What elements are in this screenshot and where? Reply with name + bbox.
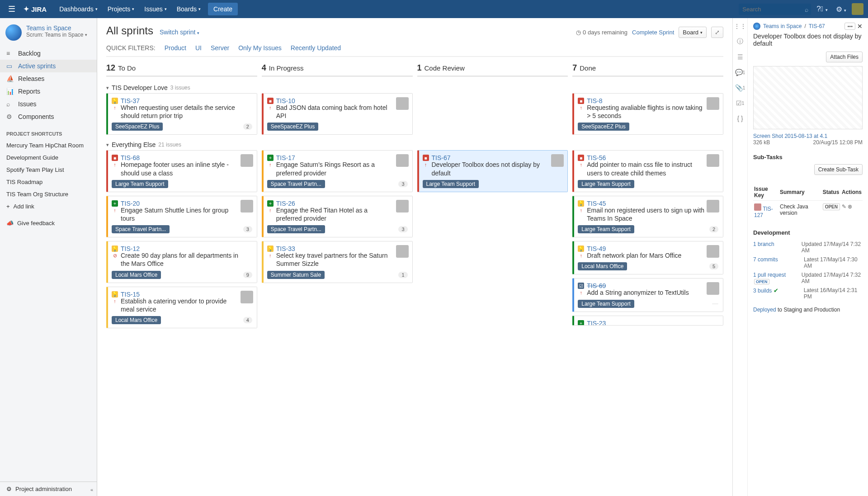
epic-badge[interactable]: Local Mars Office bbox=[112, 271, 161, 279]
dev-row[interactable]: 3 builds ✔Latest 16/May/14 2:31 PM bbox=[753, 286, 863, 301]
epic-badge[interactable]: Local Mars Office bbox=[112, 316, 161, 324]
project-header[interactable]: Teams in Space Scrum: Teams in Space ▾ bbox=[0, 18, 97, 45]
issue-card[interactable]: 💡TIS-37 ↑When requesting user details th… bbox=[106, 93, 257, 135]
epic-badge[interactable]: Space Travel Partn... bbox=[112, 225, 170, 233]
collapse-sidebar-icon[interactable]: « bbox=[90, 487, 93, 492]
sidebar-item-issues[interactable]: ⌕Issues bbox=[0, 98, 97, 110]
shortcut-link[interactable]: Development Guide bbox=[0, 151, 97, 164]
detail-key-link[interactable]: TIS-67 bbox=[809, 23, 825, 29]
shortcut-link[interactable]: TIS Roadmap bbox=[0, 176, 97, 188]
epic-badge[interactable]: Large Team Support bbox=[423, 180, 479, 188]
filter-ui[interactable]: UI bbox=[195, 44, 202, 52]
nav-boards[interactable]: Boards ▾ bbox=[172, 1, 205, 17]
epic-badge[interactable]: Summer Saturn Sale bbox=[267, 271, 325, 279]
filter-my-issues[interactable]: Only My Issues bbox=[238, 44, 282, 52]
expand-icon[interactable]: ⤢ bbox=[711, 27, 723, 38]
issue-card[interactable]: ☑TIS-69 ↑Add a String anonymizer to Text… bbox=[572, 278, 723, 312]
assignee-avatar[interactable] bbox=[707, 282, 719, 295]
switch-sprint[interactable]: Switch sprint ▾ bbox=[160, 28, 199, 36]
epic-badge[interactable]: SeeSpaceEZ Plus bbox=[112, 123, 163, 131]
epic-badge[interactable]: Space Travel Partn... bbox=[267, 180, 325, 188]
issue-card[interactable]: ＋TIS-23 bbox=[572, 316, 723, 326]
detail-tab-info[interactable]: ⓘ bbox=[736, 37, 745, 46]
assignee-avatar[interactable] bbox=[396, 245, 409, 258]
attachment-thumbnail[interactable] bbox=[753, 66, 863, 129]
detail-more-icon[interactable]: ••• bbox=[844, 23, 855, 30]
issue-card[interactable]: ＋TIS-17 ↑Engage Saturn's Rings Resort as… bbox=[262, 150, 413, 192]
issue-key[interactable]: TIS-23 bbox=[587, 320, 606, 326]
assignee-avatar[interactable] bbox=[707, 154, 719, 167]
deployed-link[interactable]: Deployed bbox=[753, 307, 776, 313]
shortcut-link[interactable]: Mercury Team HipChat Room bbox=[0, 139, 97, 151]
issue-card[interactable]: ■TIS-8 ↑Requesting avaliable flights is … bbox=[572, 93, 723, 135]
assignee-avatar[interactable] bbox=[551, 154, 564, 167]
column-cell[interactable]: ■TIS-8 ↑Requesting avaliable flights is … bbox=[572, 93, 723, 135]
epic-badge[interactable]: Large Team Support bbox=[578, 225, 634, 233]
shortcut-link[interactable]: Spotify Team Play List bbox=[0, 164, 97, 176]
issue-card[interactable]: ＋TIS-26 ↑Engage the Red Titan Hotel as a… bbox=[262, 196, 413, 237]
subtask-row[interactable]: TIS-127 Check Java version OPEN ✎ ⊗ bbox=[753, 201, 863, 222]
detail-tab-drag[interactable]: ⋮⋮ bbox=[736, 22, 745, 31]
swimlane-dev-love[interactable]: ▾ TIS Developer Love 3 issues bbox=[106, 81, 723, 93]
sidebar-item-components[interactable]: ⚙Components bbox=[0, 110, 97, 123]
detail-tab-comments[interactable]: 💬1 bbox=[736, 68, 745, 77]
column-cell[interactable]: ■TIS-67 ↑Developer Toolbox does not disp… bbox=[417, 150, 568, 328]
assignee-avatar[interactable] bbox=[241, 154, 253, 167]
column-cell[interactable]: 💡TIS-37 ↑When requesting user details th… bbox=[106, 93, 257, 135]
issue-card[interactable]: ■TIS-56 ↑Add pointer to main css file to… bbox=[572, 150, 723, 192]
assignee-avatar[interactable] bbox=[241, 200, 253, 213]
sidebar-item-reports[interactable]: 📊Reports bbox=[0, 85, 97, 98]
sidebar-item-backlog[interactable]: ≡Backlog bbox=[0, 47, 97, 60]
epic-badge[interactable]: Local Mars Office bbox=[578, 262, 627, 270]
nav-issues[interactable]: Issues ▾ bbox=[140, 1, 171, 17]
delete-icon[interactable]: ⊗ bbox=[848, 203, 852, 210]
assignee-avatar[interactable] bbox=[707, 200, 719, 213]
issue-card[interactable]: 💡TIS-12 ⊘Create 90 day plans for all dep… bbox=[106, 241, 257, 283]
assignee-avatar[interactable] bbox=[396, 97, 409, 110]
shortcut-link[interactable]: TIS Team Org Structure bbox=[0, 188, 97, 200]
project-admin[interactable]: ⚙Project administration bbox=[0, 482, 97, 496]
filter-product[interactable]: Product bbox=[165, 44, 186, 52]
dev-row[interactable]: 7 commitsLatest 17/May/14 7:30 AM bbox=[753, 255, 863, 270]
nav-dashboards[interactable]: Dashboards ▾ bbox=[55, 1, 102, 17]
nav-projects[interactable]: Projects ▾ bbox=[103, 1, 139, 17]
assignee-avatar[interactable] bbox=[396, 154, 409, 167]
assignee-avatar[interactable] bbox=[707, 97, 719, 110]
assignee-avatar[interactable] bbox=[241, 291, 253, 303]
chevron-down-icon[interactable]: ▾ bbox=[106, 142, 109, 148]
issue-card[interactable]: 💡TIS-49 ↑Draft network plan for Mars Off… bbox=[572, 241, 723, 274]
issue-card[interactable]: ■TIS-68 ↑Homepage footer uses an inline … bbox=[106, 150, 257, 192]
epic-badge[interactable]: Large Team Support bbox=[578, 180, 634, 188]
detail-tab-subtasks[interactable]: ☑1 bbox=[736, 99, 745, 108]
sidebar-item-releases[interactable]: ⛵Releases bbox=[0, 72, 97, 85]
board-menu-button[interactable]: Board ▾ bbox=[679, 27, 707, 38]
swimlane-everything-else[interactable]: ▾ Everything Else 21 issues bbox=[106, 138, 723, 150]
jira-logo[interactable]: ✦JIRA bbox=[19, 5, 51, 13]
search-input[interactable] bbox=[739, 4, 811, 15]
epic-badge[interactable]: Large Team Support bbox=[112, 180, 168, 188]
column-cell[interactable]: ＋TIS-17 ↑Engage Saturn's Rings Resort as… bbox=[262, 150, 413, 328]
dev-row[interactable]: 1 pull request OPENUpdated 17/May/14 7:3… bbox=[753, 270, 863, 286]
detail-tab-desc[interactable]: ☰ bbox=[736, 52, 745, 61]
column-cell[interactable]: ■TIS-56 ↑Add pointer to main css file to… bbox=[572, 150, 723, 328]
detail-close-icon[interactable]: ✕ bbox=[857, 23, 863, 30]
issue-card[interactable]: ＋TIS-20 ↑Engage Saturn Shuttle Lines for… bbox=[106, 196, 257, 237]
issue-card[interactable]: ■TIS-67 ↑Developer Toolbox does not disp… bbox=[417, 150, 568, 192]
menu-icon[interactable]: ☰ bbox=[5, 4, 19, 14]
column-cell[interactable] bbox=[417, 93, 568, 135]
help-icon[interactable]: ?⃝ ▾ bbox=[814, 5, 830, 13]
chevron-down-icon[interactable]: ▾ bbox=[106, 85, 109, 91]
filter-recent[interactable]: Recently Updated bbox=[291, 44, 341, 52]
sidebar-item-active-sprints[interactable]: ▭Active sprints bbox=[0, 60, 97, 72]
attach-files-button[interactable]: Attach Files bbox=[826, 52, 863, 62]
create-subtask-button[interactable]: Create Sub-Task bbox=[814, 164, 863, 175]
epic-badge[interactable]: SeeSpaceEZ Plus bbox=[267, 123, 318, 131]
give-feedback[interactable]: 📣Give feedback bbox=[0, 217, 97, 229]
issue-card[interactable]: 💡TIS-33 ↑Select key travel partners for … bbox=[262, 241, 413, 283]
settings-icon[interactable]: ⚙ ▾ bbox=[833, 5, 849, 14]
detail-tab-dev[interactable]: { } bbox=[736, 114, 745, 123]
epic-badge[interactable]: Large Team Support bbox=[578, 300, 634, 308]
add-link[interactable]: +Add link bbox=[0, 200, 97, 213]
edit-icon[interactable]: ✎ bbox=[842, 203, 846, 210]
attachment-filename[interactable]: Screen Shot 2015-08-13 at 4.1 bbox=[753, 133, 863, 139]
